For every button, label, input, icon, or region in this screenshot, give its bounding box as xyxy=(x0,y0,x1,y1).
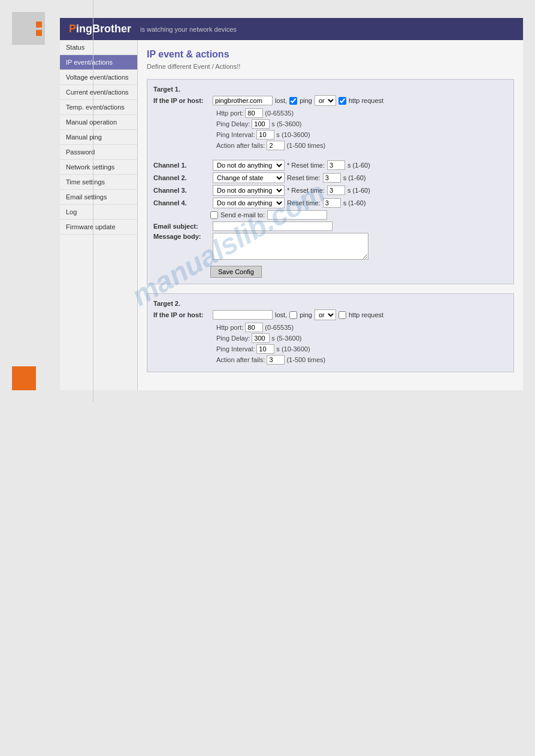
channel3-row: Channel 3. Do not do anything Change of … xyxy=(153,185,507,196)
channel1-row: Channel 1. Do not do anything Change of … xyxy=(153,160,507,171)
send-email-label: Send e-mail to: xyxy=(220,211,265,218)
logo-dot-2 xyxy=(36,30,42,36)
target2-host-input[interactable] xyxy=(213,310,273,320)
target2-http-port-input[interactable] xyxy=(245,323,263,332)
channel2-reset-input[interactable] xyxy=(323,173,341,183)
message-body-textarea[interactable] xyxy=(213,233,368,260)
channel3-select[interactable]: Do not do anything Change of state Turn … xyxy=(213,185,285,196)
save-config-button[interactable]: Save Config xyxy=(210,266,262,278)
channel1-reset-label: * Reset time: xyxy=(287,162,325,169)
target2-http-label: http request xyxy=(349,311,383,318)
sidebar-item-log[interactable]: Log xyxy=(60,205,137,220)
channel4-row: Channel 4. Do not do anything Change of … xyxy=(153,198,507,208)
send-email-row: Send e-mail to: xyxy=(210,210,507,220)
send-email-checkbox[interactable] xyxy=(210,211,218,219)
target1-action-fails-line: Action after fails: (1-500 times) xyxy=(216,141,507,150)
target1-ping-delay-line: Ping Delay: s (5-3600) xyxy=(216,119,507,129)
logo-dot-1 xyxy=(36,22,42,28)
sidebar-item-firmware[interactable]: Firmware update xyxy=(60,220,137,235)
channel2-select[interactable]: Do not do anything Change of state Turn … xyxy=(213,172,285,183)
target1-header-row: Target 1. xyxy=(153,86,507,93)
target2-or-select[interactable]: or xyxy=(315,309,336,320)
email-subject-input[interactable] xyxy=(213,221,333,231)
header-tagline: is watching your network devices xyxy=(140,26,237,33)
target1-ping-interval-input[interactable] xyxy=(256,130,274,139)
main-layout: Status IP event/actions Voltage event/ac… xyxy=(60,40,523,390)
channel3-reset-input[interactable] xyxy=(327,186,345,195)
target2-ping-interval-line: Ping Interval: s (10-3600) xyxy=(216,344,507,354)
sidebar-item-ip-event[interactable]: IP event/actions xyxy=(60,55,137,70)
sidebar-item-temp[interactable]: Temp. event/actions xyxy=(60,100,137,115)
sidebar-item-network[interactable]: Network settings xyxy=(60,160,137,175)
sidebar-item-voltage[interactable]: Voltage event/actions xyxy=(60,70,137,85)
sidebar-item-manual-op[interactable]: Manual operation xyxy=(60,115,137,130)
target1-if-label: If the IP or host: xyxy=(153,97,210,104)
target1-ping-label: ping xyxy=(300,97,312,104)
channel4-select[interactable]: Do not do anything Change of state Turn … xyxy=(213,198,285,208)
target2-box: Target 2. If the IP or host: lost, ping … xyxy=(147,293,514,372)
content-area: IP event & actions Define different Even… xyxy=(138,40,523,390)
target1-host-input[interactable] xyxy=(213,96,273,105)
send-email-input[interactable] xyxy=(267,210,327,220)
target2-heading: Target 2. xyxy=(153,300,210,307)
message-body-row: Message body: xyxy=(153,233,507,260)
channel4-reset-label: Reset time: xyxy=(287,199,321,207)
target1-http-port-input[interactable] xyxy=(245,108,263,118)
target1-action-fails-input[interactable] xyxy=(267,141,285,150)
logo-box xyxy=(12,12,45,45)
channel1-reset-range: s (1-60) xyxy=(347,162,370,169)
email-subject-row: Email subject: xyxy=(153,221,507,231)
channel4-reset-range: s (1-60) xyxy=(343,199,366,207)
email-subject-label: Email subject: xyxy=(153,223,210,230)
header-bar: PingBrother is watching your network dev… xyxy=(60,18,523,40)
bottom-orange-box xyxy=(12,366,36,390)
sidebar-item-status[interactable]: Status xyxy=(60,40,137,55)
target2-http-checkbox[interactable] xyxy=(338,311,346,319)
sidebar-item-password[interactable]: Password xyxy=(60,145,137,160)
app-container: PingBrother is watching your network dev… xyxy=(60,18,523,390)
target2-host-row: If the IP or host: lost, ping or http re… xyxy=(153,309,507,320)
target1-http-port-line: Http port: (0-65535) xyxy=(216,108,507,118)
channel2-reset-label: Reset time: xyxy=(287,174,321,181)
target2-ping-delay-line: Ping Delay: s (5-3600) xyxy=(216,333,507,343)
channel4-reset-input[interactable] xyxy=(323,198,341,208)
target2-http-port-line: Http port: (0-65535) xyxy=(216,323,507,332)
target2-ping-checkbox[interactable] xyxy=(289,311,297,319)
channel2-row: Channel 2. Do not do anything Change of … xyxy=(153,172,507,183)
message-body-label: Message body: xyxy=(153,233,210,240)
channel1-label: Channel 1. xyxy=(153,162,210,169)
target2-if-label: If the IP or host: xyxy=(153,311,210,318)
target1-lost-text: lost, xyxy=(275,97,287,104)
logo-dots xyxy=(36,22,42,36)
target1-host-row: If the IP or host: lost, ping or http re… xyxy=(153,95,507,106)
sidebar-item-email[interactable]: Email settings xyxy=(60,190,137,205)
target2-ping-interval-input[interactable] xyxy=(256,344,274,354)
channel1-select[interactable]: Do not do anything Change of state Turn … xyxy=(213,160,285,171)
sidebar-item-current[interactable]: Current event/actions xyxy=(60,85,137,100)
page-subtitle: Define different Event / Actions!! xyxy=(147,63,514,70)
channel3-reset-label: * Reset time: xyxy=(287,187,325,194)
logo-area xyxy=(12,12,48,48)
brand-name: PingBrother xyxy=(69,23,131,35)
target2-action-fails-line: Action after fails: (1-500 times) xyxy=(216,355,507,365)
target1-ping-delay-input[interactable] xyxy=(252,119,270,129)
target2-lost-text: lost, xyxy=(275,311,287,318)
channel2-label: Channel 2. xyxy=(153,174,210,181)
target2-ping-delay-input[interactable] xyxy=(252,333,270,343)
page-title: IP event & actions xyxy=(147,49,514,60)
target1-or-select[interactable]: or xyxy=(315,95,336,106)
target2-action-fails-input[interactable] xyxy=(267,355,285,365)
channel2-reset-range: s (1-60) xyxy=(343,174,366,181)
sidebar: Status IP event/actions Voltage event/ac… xyxy=(60,40,138,390)
target2-header-row: Target 2. xyxy=(153,300,507,307)
target1-http-label: http request xyxy=(349,97,383,104)
target1-ping-interval-line: Ping Interval: s (10-3600) xyxy=(216,130,507,139)
target1-ping-checkbox[interactable] xyxy=(289,97,297,105)
target1-http-checkbox[interactable] xyxy=(338,97,346,105)
channel1-reset-input[interactable] xyxy=(327,160,345,170)
channel3-label: Channel 3. xyxy=(153,187,210,194)
sidebar-item-time[interactable]: Time settings xyxy=(60,175,137,190)
sidebar-item-manual-ping[interactable]: Manual ping xyxy=(60,130,137,145)
channel3-reset-range: s (1-60) xyxy=(347,187,370,194)
target1-box: Target 1. If the IP or host: lost, ping … xyxy=(147,79,514,284)
